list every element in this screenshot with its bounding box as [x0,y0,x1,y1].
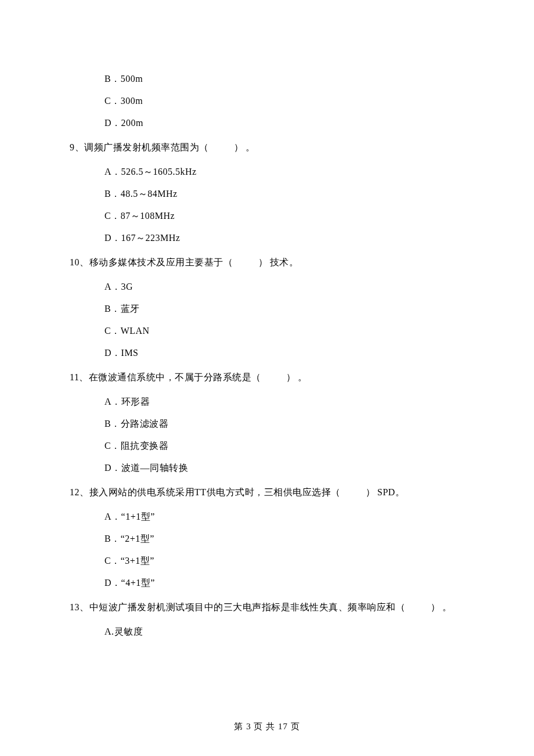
option-row: C．WLAN [104,324,464,338]
option-row: D．波道—同轴转换 [104,461,464,475]
answer-blank: （ ） [396,600,442,614]
question-number: 11、 [70,372,89,382]
option-row: A．环形器 [104,395,464,409]
option-row: B．“2+1型” [104,532,464,546]
answer-blank: （ ） [331,485,377,499]
question-text-pre: 中短波广播发射机测试项目中的三大电声指标是非线性失真、频率响应和 [89,602,396,612]
question-text-pre: 调频广播发射机频率范围为 [84,142,199,152]
option-row: B．蓝牙 [104,302,464,316]
answer-blank: （ ） [199,141,246,154]
question-number: 10、 [70,257,89,267]
question-text-pre: 接入网站的供电系统采用TT供电方式时，三相供电应选择 [89,487,331,497]
option-row: C．阻抗变换器 [104,439,464,453]
page-footer: 第 3 页 共 17 页 [0,720,534,733]
question-text-post: 技术。 [270,257,299,267]
option-row: B．分路滤波器 [104,417,464,431]
question-text-post: 。 [298,372,308,382]
option-row: B．48.5～84MHz [104,187,464,201]
option-row: D．IMS [104,346,464,360]
option-row: C．87～108MHz [104,209,464,223]
option-row: C．300m [104,94,464,108]
question-stem: 13、中短波广播发射机测试项目中的三大电声指标是非线性失真、频率响应和（ ）。 [70,600,464,614]
option-row: D．200m [104,116,464,130]
option-row: D．167～223MHz [104,231,464,245]
option-row: D．“4+1型” [104,576,464,590]
answer-blank: （ ） [251,370,298,384]
option-row: A.灵敏度 [104,625,464,639]
question-text-post: 。 [246,142,255,152]
option-row: B．500m [104,72,464,86]
question-stem: 9、调频广播发射机频率范围为（ ）。 [70,141,464,154]
question-text-post: 。 [442,602,452,612]
question-number: 13、 [70,602,89,612]
option-row: C．“3+1型” [104,554,464,568]
question-number: 9、 [70,142,84,152]
question-stem: 11、在微波通信系统中，不属于分路系统是（ ）。 [70,370,464,384]
question-number: 12、 [70,487,89,497]
question-stem: 10、移动多媒体技术及应用主要基于（ ）技术。 [70,255,464,269]
question-text-pre: 在微波通信系统中，不属于分路系统是 [89,372,252,382]
option-row: A．“1+1型” [104,510,464,524]
question-text-post: SPD。 [377,487,405,497]
question-stem: 12、接入网站的供电系统采用TT供电方式时，三相供电应选择（ ）SPD。 [70,485,464,499]
option-row: A．3G [104,280,464,294]
option-row: A．526.5～1605.5kHz [104,165,464,179]
answer-blank: （ ） [223,255,270,269]
question-text-pre: 移动多媒体技术及应用主要基于 [89,257,223,267]
page: B．500m C．300m D．200m 9、调频广播发射机频率范围为（ ）。 … [0,0,534,756]
